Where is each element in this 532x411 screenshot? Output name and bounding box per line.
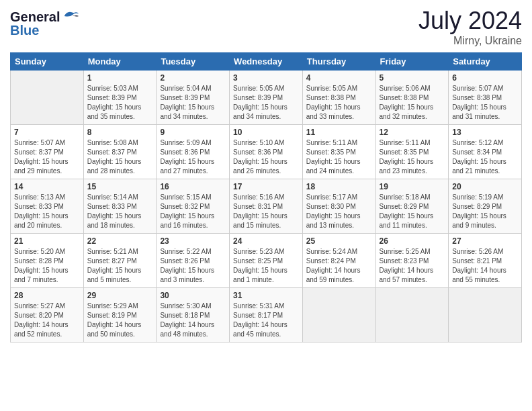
cell-content: Sunrise: 5:29 AM Sunset: 8:19 PM Dayligh…	[87, 302, 153, 339]
header-tuesday: Tuesday	[157, 53, 230, 71]
day-number: 20	[452, 182, 518, 191]
cell-content: Sunrise: 5:11 AM Sunset: 8:35 PM Dayligh…	[380, 138, 445, 176]
header-thursday: Thursday	[302, 53, 375, 71]
table-row: 29Sunrise: 5:29 AM Sunset: 8:19 PM Dayli…	[83, 288, 157, 342]
table-row: 20Sunrise: 5:19 AM Sunset: 8:29 PM Dayli…	[449, 179, 522, 234]
table-row: 31Sunrise: 5:31 AM Sunset: 8:17 PM Dayli…	[230, 288, 303, 342]
day-number: 24	[233, 236, 299, 246]
cell-content: Sunrise: 5:06 AM Sunset: 8:38 PM Dayligh…	[380, 84, 445, 122]
day-number: 25	[306, 236, 372, 246]
day-number: 19	[380, 182, 445, 191]
cell-content: Sunrise: 5:24 AM Sunset: 8:24 PM Dayligh…	[306, 247, 372, 285]
cell-content: Sunrise: 5:05 AM Sunset: 8:39 PM Dayligh…	[233, 84, 299, 122]
header-saturday: Saturday	[449, 53, 522, 71]
header-monday: Monday	[83, 53, 157, 71]
day-number: 13	[452, 128, 518, 137]
table-row: 7Sunrise: 5:07 AM Sunset: 8:37 PM Daylig…	[11, 125, 84, 179]
table-row: 15Sunrise: 5:14 AM Sunset: 8:33 PM Dayli…	[83, 179, 157, 234]
table-row: 21Sunrise: 5:20 AM Sunset: 8:28 PM Dayli…	[11, 234, 84, 288]
day-number: 5	[380, 73, 445, 83]
header-friday: Friday	[375, 53, 449, 71]
table-row: 4Sunrise: 5:05 AM Sunset: 8:38 PM Daylig…	[302, 71, 375, 125]
cell-content: Sunrise: 5:16 AM Sunset: 8:31 PM Dayligh…	[233, 193, 299, 230]
day-number: 10	[233, 128, 299, 137]
calendar-header-row: Sunday Monday Tuesday Wednesday Thursday…	[11, 53, 522, 71]
cell-content: Sunrise: 5:05 AM Sunset: 8:38 PM Dayligh…	[306, 84, 372, 122]
cell-content: Sunrise: 5:03 AM Sunset: 8:39 PM Dayligh…	[87, 84, 153, 122]
cell-content: Sunrise: 5:04 AM Sunset: 8:39 PM Dayligh…	[160, 84, 226, 122]
day-number: 6	[452, 73, 518, 83]
day-number: 31	[233, 291, 299, 300]
cell-content: Sunrise: 5:26 AM Sunset: 8:21 PM Dayligh…	[452, 247, 518, 285]
table-row: 8Sunrise: 5:08 AM Sunset: 8:37 PM Daylig…	[83, 125, 157, 179]
day-number: 9	[160, 128, 226, 137]
table-row	[375, 288, 449, 342]
day-number: 21	[14, 236, 80, 246]
table-row: 22Sunrise: 5:21 AM Sunset: 8:27 PM Dayli…	[83, 234, 157, 288]
table-row	[449, 288, 522, 342]
day-number: 11	[306, 128, 372, 137]
logo: General Blue	[10, 9, 80, 38]
day-number: 14	[14, 182, 80, 191]
day-number: 12	[380, 128, 445, 137]
table-row: 25Sunrise: 5:24 AM Sunset: 8:24 PM Dayli…	[302, 234, 375, 288]
cell-content: Sunrise: 5:10 AM Sunset: 8:36 PM Dayligh…	[233, 138, 299, 176]
table-row: 30Sunrise: 5:30 AM Sunset: 8:18 PM Dayli…	[157, 288, 230, 342]
day-number: 27	[452, 236, 518, 246]
table-row: 18Sunrise: 5:17 AM Sunset: 8:30 PM Dayli…	[302, 179, 375, 234]
table-row: 14Sunrise: 5:13 AM Sunset: 8:33 PM Dayli…	[11, 179, 84, 234]
day-number: 7	[14, 128, 80, 137]
cell-content: Sunrise: 5:14 AM Sunset: 8:33 PM Dayligh…	[87, 193, 153, 230]
cell-content: Sunrise: 5:31 AM Sunset: 8:17 PM Dayligh…	[233, 302, 299, 339]
logo-bird-icon	[61, 9, 80, 24]
table-row: 24Sunrise: 5:23 AM Sunset: 8:25 PM Dayli…	[230, 234, 303, 288]
page-container: General Blue July 2024 Mirny, Ukraine Su…	[0, 0, 532, 349]
table-row: 19Sunrise: 5:18 AM Sunset: 8:29 PM Dayli…	[375, 179, 449, 234]
table-row: 2Sunrise: 5:04 AM Sunset: 8:39 PM Daylig…	[157, 71, 230, 125]
table-row: 3Sunrise: 5:05 AM Sunset: 8:39 PM Daylig…	[230, 71, 303, 125]
cell-content: Sunrise: 5:15 AM Sunset: 8:32 PM Dayligh…	[160, 193, 226, 230]
cell-content: Sunrise: 5:09 AM Sunset: 8:36 PM Dayligh…	[160, 138, 226, 176]
cell-content: Sunrise: 5:08 AM Sunset: 8:37 PM Dayligh…	[87, 138, 153, 176]
day-number: 17	[233, 182, 299, 191]
table-row: 26Sunrise: 5:25 AM Sunset: 8:23 PM Dayli…	[375, 234, 449, 288]
table-row: 16Sunrise: 5:15 AM Sunset: 8:32 PM Dayli…	[157, 179, 230, 234]
logo-text-blue: Blue	[10, 23, 80, 38]
day-number: 22	[87, 236, 153, 246]
table-row: 27Sunrise: 5:26 AM Sunset: 8:21 PM Dayli…	[449, 234, 522, 288]
table-row: 11Sunrise: 5:11 AM Sunset: 8:35 PM Dayli…	[302, 125, 375, 179]
cell-content: Sunrise: 5:11 AM Sunset: 8:35 PM Dayligh…	[306, 138, 372, 176]
day-number: 30	[160, 291, 226, 300]
cell-content: Sunrise: 5:17 AM Sunset: 8:30 PM Dayligh…	[306, 193, 372, 230]
month-year-title: July 2024	[418, 7, 522, 35]
cell-content: Sunrise: 5:22 AM Sunset: 8:26 PM Dayligh…	[160, 247, 226, 285]
day-number: 4	[306, 73, 372, 83]
table-row: 13Sunrise: 5:12 AM Sunset: 8:34 PM Dayli…	[449, 125, 522, 179]
cell-content: Sunrise: 5:25 AM Sunset: 8:23 PM Dayligh…	[380, 247, 445, 285]
table-row: 28Sunrise: 5:27 AM Sunset: 8:20 PM Dayli…	[11, 288, 84, 342]
cell-content: Sunrise: 5:07 AM Sunset: 8:38 PM Dayligh…	[452, 84, 518, 122]
cell-content: Sunrise: 5:18 AM Sunset: 8:29 PM Dayligh…	[380, 193, 445, 230]
day-number: 28	[14, 291, 80, 300]
cell-content: Sunrise: 5:27 AM Sunset: 8:20 PM Dayligh…	[14, 302, 80, 339]
day-number: 26	[380, 236, 445, 246]
calendar-week-row: 7Sunrise: 5:07 AM Sunset: 8:37 PM Daylig…	[11, 125, 522, 179]
table-row	[302, 288, 375, 342]
header-wednesday: Wednesday	[230, 53, 303, 71]
day-number: 8	[87, 128, 153, 137]
cell-content: Sunrise: 5:23 AM Sunset: 8:25 PM Dayligh…	[233, 247, 299, 285]
location-subtitle: Mirny, Ukraine	[418, 35, 522, 47]
cell-content: Sunrise: 5:19 AM Sunset: 8:29 PM Dayligh…	[452, 193, 518, 230]
calendar-week-row: 28Sunrise: 5:27 AM Sunset: 8:20 PM Dayli…	[11, 288, 522, 342]
day-number: 2	[160, 73, 226, 83]
calendar-week-row: 1Sunrise: 5:03 AM Sunset: 8:39 PM Daylig…	[11, 71, 522, 125]
day-number: 1	[87, 73, 153, 83]
title-block: July 2024 Mirny, Ukraine	[418, 7, 522, 47]
cell-content: Sunrise: 5:12 AM Sunset: 8:34 PM Dayligh…	[452, 138, 518, 176]
calendar-week-row: 21Sunrise: 5:20 AM Sunset: 8:28 PM Dayli…	[11, 234, 522, 288]
day-number: 16	[160, 182, 226, 191]
table-row: 9Sunrise: 5:09 AM Sunset: 8:36 PM Daylig…	[157, 125, 230, 179]
cell-content: Sunrise: 5:30 AM Sunset: 8:18 PM Dayligh…	[160, 302, 226, 339]
cell-content: Sunrise: 5:07 AM Sunset: 8:37 PM Dayligh…	[14, 138, 80, 176]
day-number: 3	[233, 73, 299, 83]
